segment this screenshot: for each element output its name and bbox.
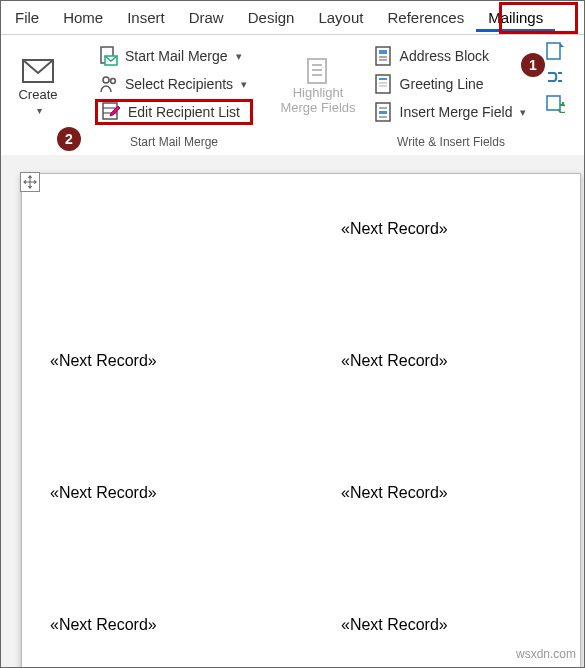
highlight-label-1: Highlight [293, 85, 344, 100]
document-page[interactable]: «Next Record» «Next Record» «Next Record… [21, 173, 581, 667]
menu-design[interactable]: Design [236, 3, 307, 32]
start-mail-merge-button[interactable]: Start Mail Merge ▾ [95, 43, 253, 69]
svg-rect-13 [379, 50, 387, 54]
merge-field: «Next Record» [50, 352, 157, 370]
chevron-down-icon: ▾ [241, 78, 247, 91]
svg-rect-16 [376, 75, 390, 93]
envelope-icon [22, 59, 54, 83]
greeting-line-button[interactable]: Greeting Line [370, 71, 533, 97]
menu-references[interactable]: References [375, 3, 476, 32]
start-mail-merge-label: Start Mail Merge [125, 48, 228, 64]
svg-rect-22 [379, 111, 387, 114]
menu-bar: File Home Insert Draw Design Layout Refe… [1, 1, 584, 35]
merge-field: «Next Record» [341, 352, 448, 370]
edit-list-icon [102, 102, 122, 122]
ribbon-group-highlight: Highlight Merge Fields [273, 35, 363, 155]
chevron-down-icon: ▾ [236, 50, 242, 63]
label-cell[interactable]: «Next Record» [50, 352, 261, 484]
menu-insert[interactable]: Insert [115, 3, 177, 32]
highlight-merge-fields-button: Highlight Merge Fields [276, 43, 360, 129]
menu-home[interactable]: Home [51, 3, 115, 32]
menu-file[interactable]: File [3, 3, 51, 32]
address-block-label: Address Block [400, 48, 489, 64]
label-cell[interactable]: «Next Record» [341, 352, 552, 484]
edit-recipient-list-button[interactable]: Edit Recipient List [95, 99, 253, 125]
highlight-label-2: Merge Fields [280, 100, 355, 115]
rules-icon[interactable] [545, 41, 565, 61]
label-cell[interactable]: «Next Record» [50, 616, 261, 667]
insert-field-icon [374, 102, 394, 122]
merge-field: «Next Record» [341, 484, 448, 502]
group-label-highlight [316, 133, 319, 153]
table-move-handle[interactable] [20, 172, 40, 192]
people-icon [99, 74, 119, 94]
ribbon-group-start-mail-merge: Start Mail Merge ▾ Select Recipients ▾ E… [75, 35, 273, 155]
group-label-start-mail-merge: Start Mail Merge [130, 133, 218, 153]
merge-field: «Next Record» [50, 484, 157, 502]
document-area: «Next Record» «Next Record» «Next Record… [1, 155, 584, 667]
select-recipients-label: Select Recipients [125, 76, 233, 92]
insert-merge-field-label: Insert Merge Field [400, 104, 513, 120]
annotation-badge-2: 2 [57, 127, 81, 151]
ribbon-extra-icons [539, 35, 567, 155]
annotation-badge-1: 1 [521, 53, 545, 77]
insert-merge-field-button[interactable]: Insert Merge Field ▾ [370, 99, 533, 125]
menu-layout[interactable]: Layout [306, 3, 375, 32]
greeting-line-label: Greeting Line [400, 76, 484, 92]
svg-point-4 [111, 79, 116, 84]
labels-grid: «Next Record» «Next Record» «Next Record… [50, 220, 552, 667]
chevron-down-icon [35, 102, 42, 117]
svg-rect-12 [376, 47, 390, 65]
ribbon: Create Start Mail Merge ▾ [1, 35, 584, 155]
menu-draw[interactable]: Draw [177, 3, 236, 32]
address-block-icon [374, 46, 394, 66]
label-cell[interactable]: «Next Record» [341, 220, 552, 352]
edit-recipient-list-label: Edit Recipient List [128, 104, 240, 120]
watermark: wsxdn.com [516, 647, 576, 661]
label-cell[interactable]: «Next Record» [341, 484, 552, 616]
annotation-box-mailings [499, 2, 578, 34]
ribbon-group-write-insert: Address Block Greeting Line Insert Merge… [363, 35, 539, 155]
group-label-create [36, 133, 39, 153]
document-mail-icon [99, 46, 119, 66]
select-recipients-button[interactable]: Select Recipients ▾ [95, 71, 253, 97]
label-cell[interactable]: «Next Record» [50, 484, 261, 616]
label-cell[interactable] [50, 220, 261, 352]
svg-rect-25 [547, 96, 560, 110]
document-highlight-icon [302, 57, 334, 81]
create-label: Create [18, 87, 57, 102]
svg-rect-24 [547, 43, 560, 59]
address-block-button[interactable]: Address Block [370, 43, 533, 69]
match-fields-icon[interactable] [545, 67, 565, 87]
merge-field: «Next Record» [341, 616, 448, 634]
group-label-write-insert: Write & Insert Fields [397, 133, 505, 153]
greeting-line-icon [374, 74, 394, 94]
merge-field: «Next Record» [341, 220, 448, 238]
chevron-down-icon: ▾ [520, 106, 526, 119]
merge-field: «Next Record» [50, 616, 157, 634]
svg-point-3 [103, 77, 109, 83]
create-button[interactable]: Create [7, 45, 69, 131]
update-labels-icon[interactable] [545, 93, 565, 113]
